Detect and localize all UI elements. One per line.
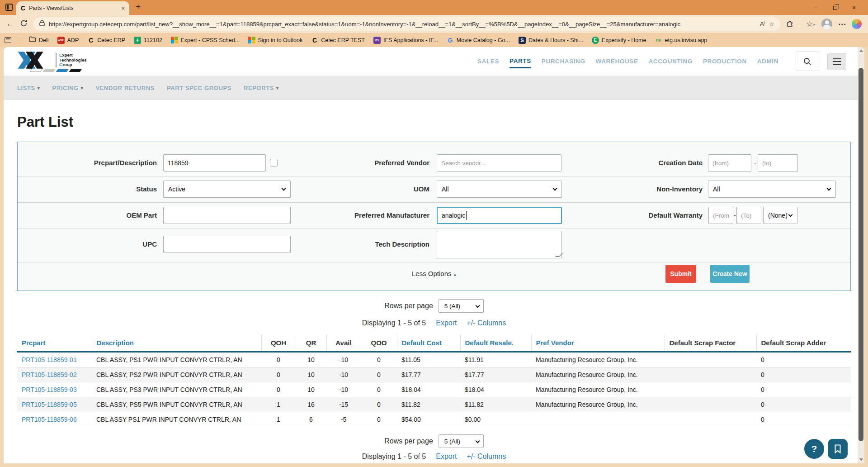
minimize-icon[interactable]: −	[807, 4, 826, 11]
close-window-icon[interactable]: ×	[844, 4, 863, 11]
nav-warehouse[interactable]: WAREHOUSE	[596, 55, 638, 67]
oem-part-label: OEM Part	[18, 207, 157, 224]
workspaces-icon[interactable]	[5, 4, 13, 11]
preferred-manufacturer-input[interactable]	[437, 207, 562, 224]
folder-icon	[29, 36, 36, 44]
col-default-resale[interactable]: Default Resale.	[460, 334, 531, 352]
nav-sales[interactable]: SALES	[477, 55, 499, 67]
bookmark-112102[interactable]: + 112102	[134, 37, 162, 44]
creation-date-to-input[interactable]	[758, 154, 798, 172]
col-prcpart[interactable]: Prcpart	[17, 334, 92, 352]
help-button[interactable]: ?	[804, 439, 824, 459]
restore-icon[interactable]	[826, 4, 844, 11]
prcpart-link[interactable]: PRT105-118859-06	[17, 412, 92, 427]
uom-select[interactable]: All	[437, 181, 562, 198]
subnav-lists[interactable]: LISTS▾	[17, 85, 40, 91]
bookmark-invisu[interactable]: nv etg.us.invisu.app	[655, 37, 708, 44]
rows-per-page-select[interactable]: 5 (All)	[439, 434, 484, 448]
columns-link[interactable]: +/- Columns	[467, 319, 506, 327]
scroll-down-icon[interactable]	[859, 458, 863, 461]
bookmark-icon	[834, 444, 841, 453]
nav-admin[interactable]: ADMIN	[757, 55, 778, 67]
caret-down-icon: ▾	[38, 86, 40, 91]
col-pref-vendor[interactable]: Pref Vendor	[531, 334, 665, 352]
favorites-bar-icon[interactable]: ☆≡	[806, 19, 816, 29]
prcpart-link[interactable]: PRT105-118859-05	[17, 397, 92, 412]
create-new-button[interactable]: Create New	[710, 265, 750, 283]
bookmark-ifs[interactable]: ifs IFS Applications - IF...	[373, 37, 438, 44]
bookmark-cetec-test[interactable]: C Cetec ERP TEST	[311, 37, 365, 44]
rows-per-page-select[interactable]: 5 (All)	[439, 299, 484, 313]
export-link[interactable]: Export	[436, 319, 457, 327]
bookmark-dates-hours[interactable]: S Dates & Hours - Shi...	[519, 37, 583, 44]
tech-description-textarea[interactable]	[437, 231, 562, 258]
prcpart-input[interactable]	[163, 154, 266, 172]
col-default-cost[interactable]: Default Cost	[397, 334, 460, 352]
bookmark-movie-catalog[interactable]: G Movie Catalog - Go...	[447, 37, 510, 44]
etg-logo-text: Expert Technologies Group	[56, 53, 87, 67]
creation-date-from-input[interactable]	[708, 154, 751, 172]
menu-button[interactable]	[827, 53, 846, 70]
extensions-icon[interactable]	[786, 19, 794, 29]
status-select[interactable]: Active	[163, 181, 291, 198]
subnav-reports[interactable]: REPORTS▾	[244, 85, 279, 91]
bookmark-adp[interactable]: ADP ADP	[57, 37, 79, 44]
sidebar-panel-icon[interactable]	[5, 37, 11, 43]
subnav-pricing[interactable]: PRICING▾	[52, 85, 83, 91]
chevron-down-icon	[553, 186, 557, 191]
bookmark-dell[interactable]: Dell	[29, 36, 49, 44]
favorite-star-icon[interactable]: ☆	[769, 21, 774, 28]
preferred-vendor-input[interactable]	[437, 154, 561, 172]
etg-logo[interactable]: Expert Technologies Group	[17, 51, 87, 70]
browser-tab[interactable]: C Parts - Views/Lists ×	[16, 1, 129, 15]
read-aloud-icon[interactable]: A)	[760, 20, 765, 27]
subnav-part-spec-groups[interactable]: PART SPEC GROUPS	[167, 85, 231, 91]
prcpart-link[interactable]: PRT105-118859-03	[17, 382, 92, 397]
prcpart-link[interactable]: PRT105-118859-01	[17, 352, 92, 367]
address-bar[interactable]: https://expertgroup.cetecerp.com/part/li…	[33, 17, 780, 31]
nav-production[interactable]: PRODUCTION	[703, 55, 747, 67]
subnav-vendor-returns[interactable]: VENDOR RETURNS	[95, 85, 154, 91]
bookmark-cetec-erp[interactable]: C Cetec ERP	[87, 37, 125, 44]
search-button[interactable]	[796, 52, 819, 71]
tab-close-icon[interactable]: ×	[121, 5, 125, 12]
profile-avatar[interactable]	[821, 19, 832, 29]
less-options-toggle[interactable]: Less Options▲	[412, 270, 457, 277]
prcpart-exact-checkbox[interactable]	[270, 159, 278, 167]
submit-button[interactable]: Submit	[665, 265, 696, 283]
etg-logo-bars	[31, 69, 81, 72]
url-text[interactable]: https://expertgroup.cetecerp.com/part/li…	[49, 21, 756, 28]
subnav: LISTS▾ PRICING▾ VENDOR RETURNS PART SPEC…	[4, 76, 864, 100]
upc-input[interactable]	[163, 236, 291, 253]
new-tab-icon[interactable]: +	[136, 2, 141, 12]
warranty-select[interactable]: (None)	[763, 207, 797, 224]
bookmark-expert-cpss[interactable]: Expert - CPSS Sched...	[171, 37, 240, 44]
prcpart-label: Prcpart/Description	[18, 154, 157, 172]
bookmark-outlook[interactable]: Sign in to Outlook	[248, 37, 302, 44]
warranty-from-input[interactable]	[708, 207, 733, 224]
table-row: PRT105-118859-03 CBL ASSY, PS3 PWR INPUT…	[17, 382, 851, 397]
refresh-icon[interactable]	[20, 19, 28, 29]
nav-accounting[interactable]: ACCOUNTING	[649, 55, 693, 67]
non-inventory-select[interactable]: All	[708, 181, 836, 198]
app-header: Expert Technologies Group SALES PARTS PU…	[4, 47, 864, 76]
nav-purchasing[interactable]: PURCHASING	[542, 55, 585, 67]
bookmark-expensify[interactable]: E Expensify - Home	[592, 37, 646, 44]
columns-link[interactable]: +/- Columns	[467, 453, 506, 461]
scrollbar-thumb[interactable]	[859, 68, 863, 441]
oem-part-input[interactable]	[163, 207, 291, 224]
search-icon	[803, 57, 811, 66]
col-scrap-adder: Default Scrap Adder	[756, 334, 851, 352]
back-icon[interactable]: ←	[6, 19, 14, 29]
col-description[interactable]: Description	[92, 334, 261, 352]
page-scrollbar[interactable]	[858, 47, 864, 463]
warranty-to-input[interactable]	[736, 207, 761, 224]
more-options-icon[interactable]: ⋯	[838, 19, 846, 29]
bookmark-page-button[interactable]	[828, 439, 848, 459]
prcpart-link[interactable]: PRT105-118859-02	[17, 367, 92, 382]
copilot-icon[interactable]	[852, 19, 862, 29]
nav-parts[interactable]: PARTS	[509, 55, 531, 68]
export-link[interactable]: Export	[436, 453, 457, 461]
scroll-up-icon[interactable]	[859, 49, 863, 52]
tech-description-label: Tech Description	[289, 236, 429, 253]
